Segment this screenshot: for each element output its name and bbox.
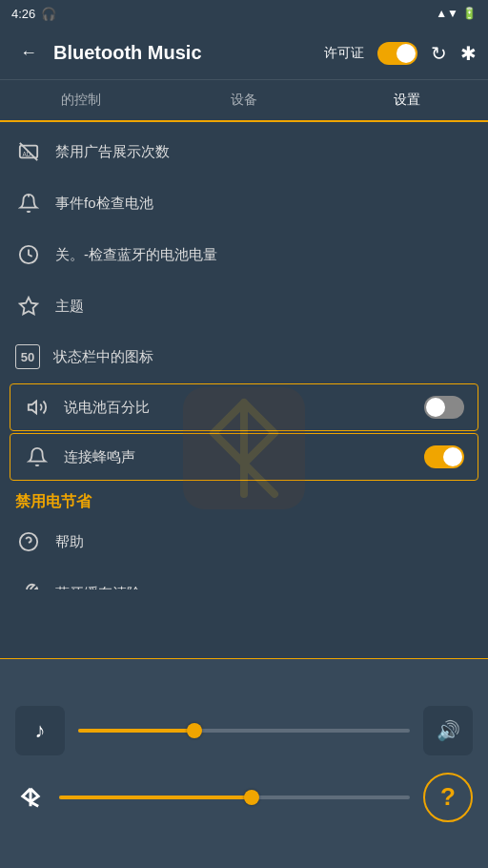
- bell2-icon: [24, 444, 51, 470]
- license-label: 许可证: [324, 45, 364, 62]
- clock-icon: [15, 241, 42, 268]
- settings-list: AD 禁用广告展示次数 事件fo检查电池 关。-检查蓝牙的电池电量: [0, 122, 488, 589]
- wifi-icon: ▲▼: [436, 7, 458, 20]
- bt-cache-label: 蓝牙缓存清除: [55, 585, 473, 590]
- status-bar: 4:26 🎧 ▲▼ 🔋: [0, 0, 488, 27]
- connect-beep-toggle[interactable]: [424, 445, 464, 468]
- bt-fill: [59, 796, 252, 799]
- bt-row: ?: [15, 773, 473, 822]
- settings-item-battery-off[interactable]: 关。-检查蓝牙的电池电量: [0, 229, 488, 280]
- say-battery-toggle[interactable]: [424, 396, 464, 419]
- volume-button[interactable]: 🔊: [423, 706, 473, 755]
- svg-marker-5: [29, 402, 36, 414]
- battery-icon: 🔋: [462, 7, 477, 20]
- bell-icon: [15, 190, 42, 217]
- help-label: 帮助: [55, 533, 473, 551]
- say-battery-label: 说电池百分比: [64, 399, 411, 417]
- status-bar-icon: 50: [15, 344, 40, 369]
- settings-item-status-icon[interactable]: 50 状态栏中的图标: [0, 332, 488, 382]
- ads-icon: AD: [15, 138, 42, 165]
- app-bar: ← Bluetooth Music 许可证 ↻ ✱: [0, 27, 488, 80]
- theme-icon: [15, 293, 42, 320]
- status-time: 4:26: [11, 7, 35, 21]
- tab-settings[interactable]: 设置: [325, 80, 488, 120]
- volume-fill: [78, 729, 194, 733]
- bluetooth-player-icon: [15, 782, 46, 813]
- tab-controls[interactable]: 的控制: [0, 80, 163, 120]
- settings-item-help[interactable]: 帮助: [0, 516, 488, 568]
- status-icon-label: 状态栏中的图标: [53, 348, 473, 366]
- headphone-icon: 🎧: [41, 7, 56, 21]
- settings-item-theme[interactable]: 主题: [0, 280, 488, 332]
- bluetooth-header-icon[interactable]: ✱: [460, 42, 477, 65]
- section-disable-battery: 禁用电节省: [0, 483, 488, 516]
- status-right: ▲▼ 🔋: [436, 7, 477, 20]
- toggle-row-say-battery[interactable]: 说电池百分比: [10, 383, 478, 431]
- toggle-row-connect-beep[interactable]: 连接蜂鸣声: [10, 433, 478, 481]
- refresh-icon[interactable]: ↻: [431, 42, 447, 65]
- volume-slider[interactable]: [78, 729, 410, 733]
- settings-item-bt-cache[interactable]: 蓝牙缓存清除: [0, 568, 488, 589]
- bt-thumb[interactable]: [244, 790, 259, 805]
- tab-devices[interactable]: 设备: [163, 80, 326, 120]
- bottom-player: ♪ 🔊 ?: [0, 658, 488, 868]
- app-bar-actions: 许可证 ↻ ✱: [324, 42, 477, 65]
- speaker-icon: [24, 394, 51, 421]
- bt-slider[interactable]: [59, 796, 410, 799]
- license-toggle[interactable]: [377, 42, 417, 65]
- connect-beep-label: 连接蜂鸣声: [64, 448, 411, 466]
- volume-thumb[interactable]: [187, 723, 202, 738]
- volume-row: ♪ 🔊: [15, 706, 473, 755]
- battery-event-label: 事件fo检查电池: [55, 195, 473, 213]
- battery-off-label: 关。-检查蓝牙的电池电量: [55, 246, 473, 264]
- tabs-bar: 的控制 设备 设置: [0, 80, 488, 122]
- help-circle-button[interactable]: ?: [423, 773, 473, 822]
- settings-item-battery-event[interactable]: 事件fo检查电池: [0, 177, 488, 229]
- theme-label: 主题: [55, 298, 473, 316]
- music-note-button[interactable]: ♪: [15, 706, 65, 755]
- disable-ads-label: 禁用广告展示次数: [55, 143, 473, 161]
- settings-item-disable-ads[interactable]: AD 禁用广告展示次数: [0, 126, 488, 177]
- back-button[interactable]: ←: [11, 36, 46, 71]
- status-left: 4:26 🎧: [11, 7, 56, 21]
- app-title: Bluetooth Music: [53, 42, 324, 64]
- wrench-icon: [15, 580, 42, 589]
- help-icon: [15, 528, 42, 555]
